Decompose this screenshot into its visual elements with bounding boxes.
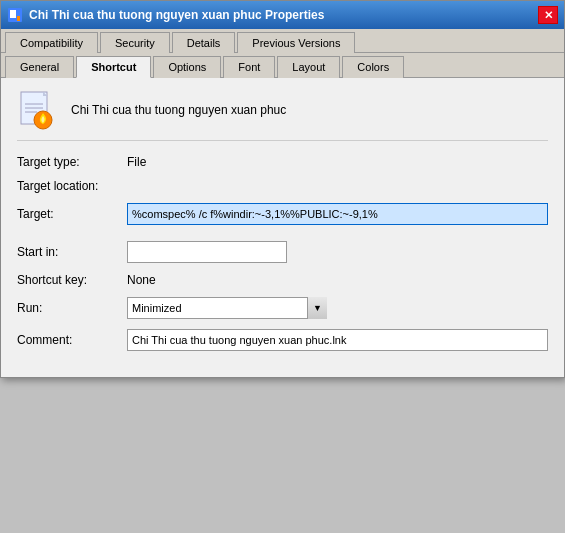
comment-row: Comment: [17, 329, 548, 351]
tab-details[interactable]: Details [172, 32, 236, 53]
content-area: Chi Thi cua thu tuong nguyen xuan phuc T… [1, 78, 564, 377]
start-in-input[interactable] [127, 241, 287, 263]
start-in-label: Start in: [17, 245, 127, 259]
comment-input[interactable] [127, 329, 548, 351]
title-bar: Chi Thi cua thu tuong nguyen xuan phuc P… [1, 1, 564, 29]
tab-options[interactable]: Options [153, 56, 221, 78]
file-icon [17, 90, 57, 130]
tab-row-2: General Shortcut Options Font Layout Col… [1, 53, 564, 78]
shortcut-key-value: None [127, 273, 156, 287]
tab-colors[interactable]: Colors [342, 56, 404, 78]
target-label: Target: [17, 207, 127, 221]
title-bar-left: Chi Thi cua thu tuong nguyen xuan phuc P… [7, 7, 324, 23]
properties-window: Chi Thi cua thu tuong nguyen xuan phuc P… [0, 0, 565, 378]
tab-previous-versions[interactable]: Previous Versions [237, 32, 355, 53]
tab-shortcut[interactable]: Shortcut [76, 56, 151, 78]
target-location-label: Target location: [17, 179, 127, 193]
window-icon [7, 7, 23, 23]
target-type-value: File [127, 155, 146, 169]
tab-general[interactable]: General [5, 56, 74, 78]
close-button[interactable]: ✕ [538, 6, 558, 24]
file-header: Chi Thi cua thu tuong nguyen xuan phuc [17, 90, 548, 141]
target-location-row: Target location: [17, 179, 548, 193]
target-input[interactable] [127, 203, 548, 225]
file-display-name: Chi Thi cua thu tuong nguyen xuan phuc [71, 103, 286, 117]
window-title: Chi Thi cua thu tuong nguyen xuan phuc P… [29, 8, 324, 22]
comment-label: Comment: [17, 333, 127, 347]
target-row: Target: [17, 203, 548, 225]
target-type-label: Target type: [17, 155, 127, 169]
shortcut-key-row: Shortcut key: None [17, 273, 548, 287]
shortcut-key-label: Shortcut key: [17, 273, 127, 287]
tab-row-1: Compatibility Security Details Previous … [1, 29, 564, 53]
run-row: Run: Normal window Minimized Maximized ▼ [17, 297, 548, 319]
svg-rect-2 [17, 16, 20, 21]
tab-font[interactable]: Font [223, 56, 275, 78]
run-select[interactable]: Normal window Minimized Maximized [127, 297, 327, 319]
tab-layout[interactable]: Layout [277, 56, 340, 78]
run-label: Run: [17, 301, 127, 315]
run-select-wrapper: Normal window Minimized Maximized ▼ [127, 297, 327, 319]
svg-rect-1 [10, 10, 16, 18]
start-in-row: Start in: [17, 241, 548, 263]
target-type-row: Target type: File [17, 155, 548, 169]
tab-compatibility[interactable]: Compatibility [5, 32, 98, 53]
tab-security[interactable]: Security [100, 32, 170, 53]
